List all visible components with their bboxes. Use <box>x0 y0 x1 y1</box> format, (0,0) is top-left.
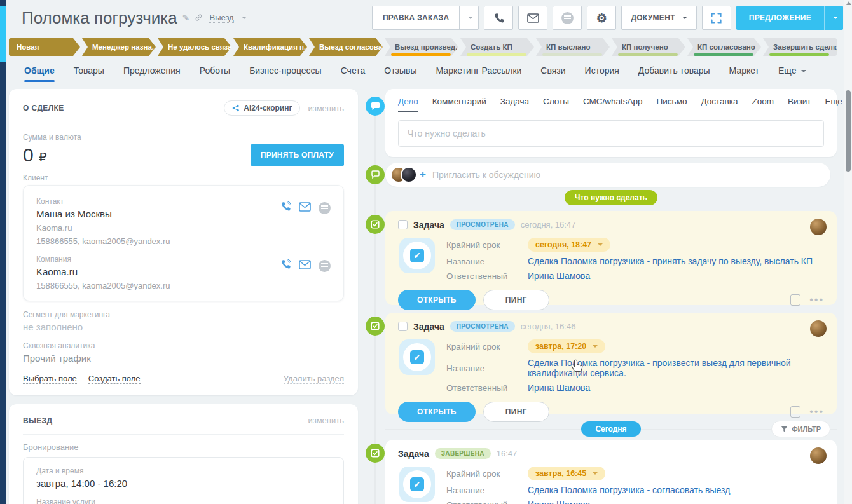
segment-value[interactable]: не заполнено <box>23 322 344 332</box>
todo-input[interactable] <box>398 120 824 147</box>
scroll-up-arrow[interactable] <box>846 1 851 5</box>
ping-button[interactable]: ПИНГ <box>483 402 549 422</box>
stage-qualification[interactable]: Квалификация п... <box>233 38 307 56</box>
tab-business-processes[interactable]: Бизнес-процессы <box>249 65 321 82</box>
open-task-button[interactable]: ОТКРЫТЬ <box>398 402 476 422</box>
tab-quotes[interactable]: Предложения <box>123 65 181 82</box>
contact-chat-icon[interactable] <box>319 202 331 214</box>
more-actions-icon[interactable]: ••• <box>809 298 824 302</box>
tab-marketing[interactable]: Маркетинг Рассылки <box>436 65 522 82</box>
pipeline-category-link[interactable]: Выезд <box>209 13 233 23</box>
delete-section-link[interactable]: Удалить раздел <box>284 374 344 384</box>
task-title-link[interactable]: Сделка Поломка погрузчика - принять зада… <box>528 256 813 266</box>
collapsed-sidebar[interactable] <box>0 0 6 504</box>
company-email-icon[interactable] <box>299 260 311 272</box>
email-button[interactable] <box>518 6 547 30</box>
edit-title-icon[interactable]: ✎ <box>182 13 190 22</box>
etab-comment[interactable]: Комментарий <box>432 97 486 112</box>
tab-market[interactable]: Маркет <box>729 65 759 82</box>
contact-email-icon[interactable] <box>299 202 311 214</box>
document-button[interactable]: ДОКУМЕНТ <box>621 6 696 30</box>
ping-button[interactable]: ПИНГ <box>483 290 549 310</box>
tab-more[interactable]: Еще <box>778 65 806 82</box>
client-label: Клиент <box>23 174 344 182</box>
tab-robots[interactable]: Роботы <box>200 65 230 82</box>
filter-button[interactable]: ФИЛЬТР <box>771 421 830 437</box>
edit-order-dropdown[interactable] <box>459 6 478 29</box>
stage-offer-sent[interactable]: КП выслано <box>536 38 610 56</box>
task-checkbox[interactable] <box>398 220 408 229</box>
stage-no-contact[interactable]: Не удалось связа... <box>158 38 231 56</box>
etab-sms-whatsapp[interactable]: СМС/whatsApp <box>583 97 643 112</box>
etab-visit[interactable]: Визит <box>788 97 811 112</box>
create-field-link[interactable]: Создать поле <box>88 374 141 384</box>
note-icon[interactable] <box>790 406 800 418</box>
more-actions-icon[interactable]: ••• <box>809 410 824 414</box>
settings-button[interactable]: ⚙ <box>587 6 616 30</box>
stage-create-offer[interactable]: Создать КП <box>460 38 534 56</box>
etab-email[interactable]: Письмо <box>657 97 687 112</box>
today-pill[interactable]: Сегодня <box>581 421 640 437</box>
scrollbar-thumb[interactable] <box>846 90 851 172</box>
call-button[interactable] <box>484 6 513 30</box>
scrollbar[interactable] <box>844 0 852 504</box>
invite-discussion-bar[interactable]: + Пригласить к обсуждению <box>385 163 830 187</box>
etab-delivery[interactable]: Доставка <box>701 97 738 112</box>
stage-offer-received[interactable]: КП получено <box>612 38 685 56</box>
company-chat-icon[interactable] <box>319 260 331 272</box>
offer-button[interactable]: ПРЕДЛОЖЕНИЕ <box>736 6 843 30</box>
tab-general[interactable]: Общие <box>24 65 55 82</box>
gear-icon: ⚙ <box>596 11 607 25</box>
chat-button[interactable] <box>553 6 582 30</box>
tab-feedback[interactable]: Отзывы <box>384 65 416 82</box>
stage-new[interactable]: Новая <box>9 38 80 56</box>
accept-payment-button[interactable]: ПРИНЯТЬ ОПЛАТУ <box>251 144 344 166</box>
offer-dropdown[interactable] <box>824 6 843 30</box>
ai-scoring-button[interactable]: AI24-скоринг <box>224 100 300 116</box>
deadline-pill[interactable]: завтра, 16:45 <box>528 467 605 480</box>
task-time: сегодня, 16:47 <box>521 220 576 229</box>
etab-slots[interactable]: Слоты <box>543 97 569 112</box>
tab-add-products[interactable]: Добавить товары <box>638 65 710 82</box>
avatar <box>810 447 827 464</box>
note-icon[interactable] <box>790 294 800 306</box>
stage-offer-agreed[interactable]: КП согласовано <box>687 38 761 56</box>
tab-links[interactable]: Связи <box>540 65 565 82</box>
company-call-icon[interactable] <box>280 259 291 273</box>
link-icon[interactable] <box>195 13 203 23</box>
fullscreen-button[interactable] <box>702 6 731 30</box>
etab-task[interactable]: Задача <box>500 97 529 112</box>
booking-label: Бронирование <box>23 442 344 452</box>
chevron-down-icon <box>242 17 247 19</box>
stage-manager-assigned[interactable]: Менеджер назна... <box>82 38 156 56</box>
edit-section-link[interactable]: изменить <box>308 104 344 113</box>
tab-products[interactable]: Товары <box>74 65 104 82</box>
pipeline-stage-bar: Новая Менеджер назна... Не удалось связа… <box>9 38 837 56</box>
task-checkbox[interactable] <box>398 322 408 331</box>
etab-zoom[interactable]: Zoom <box>752 97 774 112</box>
responsible-link[interactable]: Ирина Шамова <box>528 500 730 504</box>
tab-history[interactable]: История <box>585 65 619 82</box>
edit-order-button[interactable]: ПРАВКА ЗАКАЗА <box>372 6 479 30</box>
tab-invoices[interactable]: Счета <box>341 65 366 82</box>
deadline-pill[interactable]: завтра, 17:20 <box>528 339 605 353</box>
stage-close-deal[interactable]: Завершить сделку <box>763 38 837 56</box>
etab-activity[interactable]: Дело <box>398 97 418 112</box>
analytics-value[interactable]: Прочий трафик <box>23 353 344 364</box>
stage-visit-done[interactable]: Выезд произвед... <box>385 38 458 56</box>
select-field-link[interactable]: Выбрать поле <box>23 374 77 384</box>
add-participant-icon[interactable]: + <box>420 168 426 181</box>
amount-value[interactable]: 0 <box>23 144 34 166</box>
todo-pill[interactable]: Что нужно сделать <box>565 190 657 205</box>
task-title-link[interactable]: Сделка Поломка погрузчика - согласовать … <box>528 485 730 495</box>
stage-visit-approved[interactable]: Выезд согласован <box>309 38 383 56</box>
contact-site-link[interactable]: Kaoma.ru <box>36 223 331 233</box>
deadline-pill[interactable]: сегодня, 18:47 <box>528 238 610 252</box>
responsible-link[interactable]: Ирина Шамова <box>528 271 813 281</box>
responsible-link[interactable]: Ирина Шамова <box>528 383 824 393</box>
contact-entity: Контакт Маша из Москвы Kaoma.ru 15886655… <box>36 194 331 252</box>
edit-section-link[interactable]: изменить <box>308 416 344 425</box>
open-task-button[interactable]: ОТКРЫТЬ <box>398 290 476 310</box>
contact-call-icon[interactable] <box>280 201 291 215</box>
participant-avatars <box>390 167 417 183</box>
